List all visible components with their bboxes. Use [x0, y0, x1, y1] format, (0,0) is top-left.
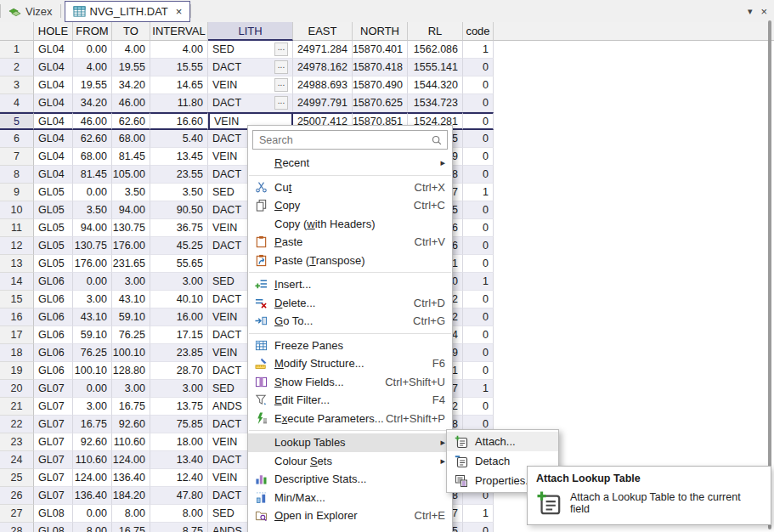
- cell-from[interactable]: 76.25: [73, 344, 112, 362]
- row-number[interactable]: 12: [0, 237, 34, 255]
- cell-from[interactable]: 68.00: [73, 148, 112, 166]
- cell-code[interactable]: 0: [463, 112, 494, 130]
- cell-to[interactable]: 34.20: [112, 76, 150, 94]
- cell-interval[interactable]: 14.65: [150, 76, 208, 94]
- column-header-from[interactable]: FROM: [73, 22, 112, 41]
- cell-to[interactable]: 136.40: [112, 469, 150, 487]
- cell-to[interactable]: 110.60: [112, 433, 150, 451]
- cell-from[interactable]: 136.40: [73, 487, 112, 505]
- cell-to[interactable]: 62.60: [112, 112, 150, 130]
- cell-hole[interactable]: GL06: [34, 326, 73, 344]
- cell-from[interactable]: 0.00: [73, 273, 112, 291]
- cell-code[interactable]: 0: [463, 59, 494, 76]
- cell-north[interactable]: 15870.490: [353, 76, 408, 94]
- cell-code[interactable]: 1: [463, 273, 494, 291]
- cell-hole[interactable]: GL06: [34, 362, 73, 380]
- cell-hole[interactable]: GL08: [34, 523, 73, 532]
- cell-from[interactable]: 0.00: [73, 184, 112, 201]
- cell-code[interactable]: 1: [463, 41, 494, 59]
- column-header-lith[interactable]: LITH: [208, 22, 293, 41]
- row-number[interactable]: 8: [0, 166, 34, 184]
- cell-to[interactable]: 81.45: [112, 148, 150, 166]
- cell-lith[interactable]: DACT...: [208, 94, 293, 112]
- row-number[interactable]: 21: [0, 398, 34, 416]
- cell-north[interactable]: 15870.418: [353, 59, 408, 76]
- cell-from[interactable]: 4.00: [73, 59, 112, 76]
- cell-lith[interactable]: VEIN...: [208, 76, 293, 94]
- menu-search-box[interactable]: [252, 130, 448, 150]
- tab-vizex[interactable]: Vizex: [1, 0, 60, 22]
- cell-hole[interactable]: GL04: [34, 166, 73, 184]
- cell-interval[interactable]: 3.50: [150, 184, 208, 201]
- cell-from[interactable]: 19.55: [73, 76, 112, 94]
- row-number[interactable]: 15: [0, 291, 34, 308]
- row-number[interactable]: 1: [0, 41, 34, 59]
- row-number[interactable]: 11: [0, 219, 34, 237]
- cell-rl[interactable]: 1544.320: [408, 76, 463, 94]
- cell-hole[interactable]: GL05: [34, 184, 73, 201]
- cell-north[interactable]: 15870.401: [353, 41, 408, 59]
- row-number[interactable]: 10: [0, 201, 34, 219]
- cell-from[interactable]: 0.00: [73, 505, 112, 523]
- cell-from[interactable]: 92.60: [73, 433, 112, 451]
- lookup-ellipsis-button[interactable]: ...: [274, 60, 288, 74]
- cell-from[interactable]: 16.75: [73, 416, 112, 433]
- cell-interval[interactable]: 28.70: [150, 362, 208, 380]
- cell-interval[interactable]: 36.75: [150, 219, 208, 237]
- cell-code[interactable]: 0: [463, 362, 494, 380]
- cell-hole[interactable]: GL06: [34, 291, 73, 308]
- cell-interval[interactable]: 15.55: [150, 59, 208, 76]
- vertical-scrollbar[interactable]: [768, 20, 771, 529]
- cell-to[interactable]: 176.00: [112, 237, 150, 255]
- tab-nvg-lith-dat[interactable]: NVG_LITH.DAT ×: [65, 1, 191, 22]
- cell-interval[interactable]: 55.65: [150, 255, 208, 273]
- cell-to[interactable]: 4.00: [112, 41, 150, 59]
- column-header-interval[interactable]: INTERVAL: [150, 22, 208, 41]
- cell-to[interactable]: 68.00: [112, 130, 150, 148]
- menu-item-freeze-panes[interactable]: Freeze Panes: [248, 337, 452, 355]
- cell-interval[interactable]: 11.80: [150, 94, 208, 112]
- row-number[interactable]: 20: [0, 380, 34, 398]
- menu-item-colour-sets[interactable]: Colour Sets▸: [248, 452, 452, 471]
- cell-hole[interactable]: GL05: [34, 219, 73, 237]
- cell-code[interactable]: 0: [463, 344, 494, 362]
- row-number[interactable]: 13: [0, 255, 34, 273]
- cell-interval[interactable]: 3.00: [150, 273, 208, 291]
- cell-east[interactable]: 24971.284: [293, 41, 353, 59]
- cell-code[interactable]: 1: [463, 380, 494, 398]
- menu-item-edit-filter[interactable]: Edit Filter...F4: [248, 391, 452, 410]
- menu-item-paste[interactable]: PasteCtrl+V: [248, 233, 452, 252]
- cell-from[interactable]: 3.50: [73, 201, 112, 219]
- cell-hole[interactable]: GL04: [34, 148, 73, 166]
- column-header-east[interactable]: EAST: [293, 22, 353, 41]
- cell-hole[interactable]: GL05: [34, 237, 73, 255]
- cell-code[interactable]: 0: [463, 219, 494, 237]
- search-input[interactable]: [257, 133, 431, 147]
- tab-bar-close-icon[interactable]: ×: [760, 5, 767, 18]
- menu-item-execute-parameters[interactable]: Execute Parameters...Ctrl+Shift+P: [248, 410, 452, 428]
- cell-east[interactable]: 24978.162: [293, 59, 353, 76]
- menu-item-lookup-tables[interactable]: Lookup Tables▸: [248, 433, 452, 452]
- column-header-hole[interactable]: HOLE: [34, 22, 73, 41]
- cell-from[interactable]: 34.20: [73, 94, 112, 112]
- column-header-to[interactable]: TO: [112, 22, 150, 41]
- cell-rl[interactable]: 1534.723: [408, 94, 463, 112]
- cell-interval[interactable]: 90.50: [150, 201, 208, 219]
- menu-item-cut[interactable]: CutCtrl+X: [248, 178, 452, 197]
- cell-from[interactable]: 0.00: [73, 380, 112, 398]
- menu-item-descriptive-stats[interactable]: Descriptive Stats...: [248, 470, 452, 489]
- cell-north[interactable]: 15870.625: [353, 94, 408, 112]
- cell-interval[interactable]: 45.25: [150, 237, 208, 255]
- menu-item-delete[interactable]: Delete...Ctrl+D: [248, 294, 452, 313]
- row-number[interactable]: 4: [0, 94, 34, 112]
- cell-interval[interactable]: 16.60: [150, 112, 208, 130]
- cell-interval[interactable]: 12.40: [150, 469, 208, 487]
- menu-item-copy-with-headers[interactable]: Copy (with Headers): [248, 215, 452, 234]
- row-number[interactable]: 19: [0, 362, 34, 380]
- submenu-item-attach[interactable]: Attach...: [447, 432, 558, 451]
- cell-hole[interactable]: GL06: [34, 273, 73, 291]
- cell-rl[interactable]: 1562.086: [408, 41, 463, 59]
- row-number[interactable]: 26: [0, 487, 34, 505]
- cell-to[interactable]: 46.00: [112, 94, 150, 112]
- row-number[interactable]: 9: [0, 184, 34, 201]
